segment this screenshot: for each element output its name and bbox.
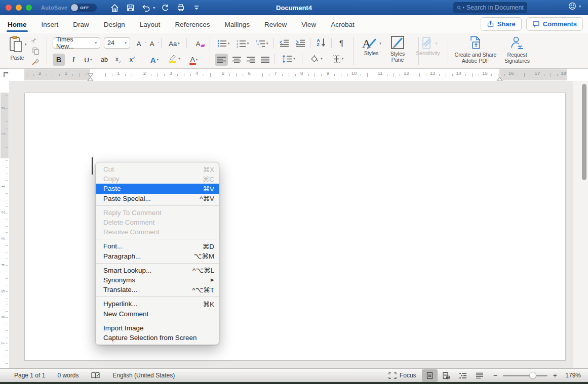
undo-chevron-icon[interactable]: ▾ <box>153 6 155 10</box>
menu-item-new-comment[interactable]: New Comment <box>96 309 219 318</box>
maximize-button[interactable] <box>26 5 32 11</box>
tab-draw[interactable]: Draw <box>72 17 90 32</box>
menu-item-font[interactable]: Font...⌘D <box>96 241 219 251</box>
tab-review[interactable]: Review <box>263 17 288 32</box>
decrease-indent-button[interactable] <box>278 37 291 50</box>
menu-item-hyperlink[interactable]: Hyperlink...⌘K <box>96 299 219 309</box>
tab-selector-icon[interactable] <box>3 71 10 78</box>
print-layout-view-button[interactable] <box>422 369 438 382</box>
underline-button[interactable]: U ▾ <box>80 54 96 66</box>
clear-formatting-button[interactable]: A <box>191 37 205 50</box>
request-signatures-button[interactable]: Request Signatures <box>500 35 534 64</box>
tab-references[interactable]: References <box>174 17 211 32</box>
styles-button[interactable]: A ▾ Styles <box>358 35 385 57</box>
word-count[interactable]: 0 words <box>57 372 79 379</box>
menu-item-label: Paragraph... <box>103 252 188 260</box>
zoom-out-button[interactable]: − <box>493 371 497 379</box>
ribbon-tab-bar: HomeInsertDrawDesignLayoutReferencesMail… <box>0 15 588 33</box>
menu-item-paragraph[interactable]: Paragraph...⌥⌘M <box>96 251 219 261</box>
menu-item-capture-selection-from-screen[interactable]: Capture Selection from Screen <box>96 333 219 343</box>
borders-button[interactable]: ▾ <box>328 53 347 65</box>
ruler-tick <box>289 73 289 77</box>
home-icon <box>110 3 120 13</box>
scrollbar-thumb[interactable] <box>582 84 586 180</box>
text-effects-button[interactable]: A ▾ <box>146 54 163 66</box>
increase-indent-button[interactable] <box>294 37 307 50</box>
comments-button[interactable]: Comments <box>526 17 583 31</box>
copy-button[interactable] <box>32 47 40 57</box>
change-case-button[interactable]: Aa ▾ <box>165 37 183 50</box>
font-color-button[interactable]: A ▾ <box>185 54 203 66</box>
styles-pane-button[interactable]: Styles Pane <box>385 35 410 63</box>
menu-item-smart-lookup[interactable]: Smart Lookup...^⌥⌘L <box>96 266 219 275</box>
justify-button[interactable] <box>258 54 271 66</box>
tab-design[interactable]: Design <box>103 17 126 32</box>
numbering-button[interactable]: 123 ▾ <box>234 37 251 50</box>
print-button[interactable] <box>175 2 186 13</box>
feedback-button[interactable]: ▾ <box>568 2 581 11</box>
menu-item-import-image[interactable]: Import Image <box>96 323 219 333</box>
tab-view[interactable]: View <box>300 17 317 32</box>
menu-item-paste-special[interactable]: Paste Special...^⌘V <box>96 194 219 203</box>
strikethrough-button[interactable]: ab <box>98 54 110 66</box>
cut-button[interactable]: ✂ <box>31 36 37 44</box>
language-indicator[interactable]: English (United States) <box>112 372 175 379</box>
home-button[interactable] <box>109 2 120 13</box>
show-formatting-button[interactable]: ¶ <box>336 36 346 49</box>
undo-button[interactable] <box>140 2 151 13</box>
align-right-button[interactable] <box>244 54 257 66</box>
outline-view-button[interactable] <box>455 369 471 382</box>
line-spacing-button[interactable]: ▾ <box>279 53 299 65</box>
vertical-ruler[interactable]: 211234567 <box>0 81 9 368</box>
focus-button[interactable]: Focus <box>388 372 416 379</box>
highlight-color-button[interactable]: ▾ <box>165 53 183 65</box>
align-left-button[interactable] <box>215 54 228 66</box>
bold-button[interactable]: B <box>53 54 65 66</box>
font-name-select[interactable]: Times New... ▾ <box>53 37 100 49</box>
menu-item-paste[interactable]: Paste⌘V <box>96 184 219 193</box>
menu-item-translate[interactable]: Translate...^⌥⌘T <box>96 285 219 294</box>
italic-button[interactable]: I <box>69 54 78 66</box>
page-indicator[interactable]: Page 1 of 1 <box>14 372 45 379</box>
grow-font-button[interactable]: Aˆ <box>134 37 145 50</box>
zoom-slider[interactable] <box>503 372 547 379</box>
redo-button[interactable] <box>160 2 171 13</box>
tab-mailings[interactable]: Mailings <box>223 17 251 32</box>
tab-home[interactable]: Home <box>7 17 28 32</box>
font-size-select[interactable]: 24 ▾ <box>104 37 130 49</box>
subscript-button[interactable]: x2 <box>112 54 124 66</box>
tab-layout[interactable]: Layout <box>139 17 162 32</box>
bullets-button[interactable]: ▾ <box>215 37 232 50</box>
tab-insert[interactable]: Insert <box>41 17 60 32</box>
sort-button[interactable]: AZ <box>314 36 328 49</box>
zoom-in-button[interactable]: + <box>553 371 557 379</box>
customize-toolbar-button[interactable] <box>191 2 202 13</box>
shading-button[interactable]: ▾ <box>307 53 325 65</box>
zoom-slider-track[interactable] <box>503 375 547 376</box>
tab-acrobat[interactable]: Acrobat <box>330 17 356 32</box>
superscript-button[interactable]: x2 <box>127 54 138 66</box>
search-input[interactable]: ▾ Search in Document <box>453 2 527 13</box>
paste-button[interactable]: ▾ Paste <box>5 35 29 61</box>
menu-item-synonyms[interactable]: Synonyms▶ <box>96 275 219 285</box>
align-center-button[interactable] <box>230 54 243 66</box>
format-painter-button[interactable] <box>31 57 40 67</box>
save-button[interactable] <box>125 2 136 13</box>
draft-view-button[interactable] <box>472 369 488 382</box>
zoom-slider-thumb[interactable] <box>529 372 536 379</box>
zoom-level[interactable]: 179% <box>563 372 581 379</box>
autosave-toggle[interactable]: OFF <box>70 4 97 12</box>
document-area[interactable]: 211234567 Cut⌘XCopy⌘CPaste⌘VPaste Specia… <box>0 81 588 368</box>
minimize-button[interactable] <box>16 5 22 11</box>
horizontal-ruler[interactable]: 21123456789101112131415161718 <box>0 69 588 81</box>
close-button[interactable] <box>6 5 12 11</box>
accessibility-view-button[interactable] <box>439 369 454 382</box>
spellcheck-icon[interactable] <box>91 371 100 379</box>
bullets-chevron-icon: ▾ <box>228 41 230 46</box>
share-button[interactable]: Share <box>481 17 522 31</box>
sensitivity-icon <box>419 35 434 51</box>
ruler-tick <box>6 317 8 318</box>
shrink-font-button[interactable]: Aˇ <box>147 37 158 50</box>
create-adobe-pdf-button[interactable]: Create and Share Adobe PDF <box>451 35 500 64</box>
multilevel-list-button[interactable]: 1ai ▾ <box>253 37 270 50</box>
